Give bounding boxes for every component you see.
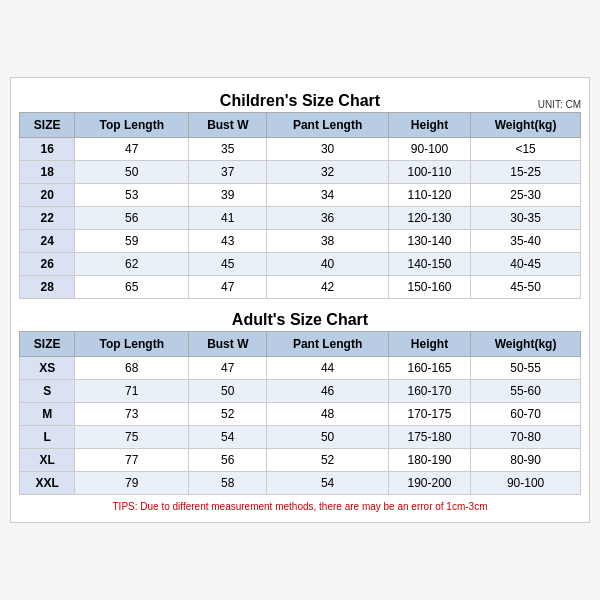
data-cell: 71 [75, 380, 189, 403]
data-cell: 73 [75, 403, 189, 426]
size-cell: 28 [20, 276, 75, 299]
data-cell: 70-80 [471, 426, 581, 449]
data-cell: 190-200 [388, 472, 470, 495]
adult-header-row: SIZE Top Length Bust W Pant Length Heigh… [20, 332, 581, 357]
data-cell: 55-60 [471, 380, 581, 403]
adult-col-size: SIZE [20, 332, 75, 357]
data-cell: 120-130 [388, 207, 470, 230]
data-cell: 46 [267, 380, 389, 403]
data-cell: 50 [267, 426, 389, 449]
table-row: 26624540140-15040-45 [20, 253, 581, 276]
size-cell: XL [20, 449, 75, 472]
data-cell: 110-120 [388, 184, 470, 207]
adult-col-bust-w: Bust W [189, 332, 267, 357]
data-cell: 59 [75, 230, 189, 253]
data-cell: 140-150 [388, 253, 470, 276]
data-cell: 180-190 [388, 449, 470, 472]
data-cell: 45 [189, 253, 267, 276]
data-cell: 54 [189, 426, 267, 449]
data-cell: 54 [267, 472, 389, 495]
data-cell: 30 [267, 138, 389, 161]
adult-table: SIZE Top Length Bust W Pant Length Heigh… [19, 331, 581, 495]
size-cell: 16 [20, 138, 75, 161]
adult-title-text: Adult's Size Chart [232, 311, 368, 328]
data-cell: 130-140 [388, 230, 470, 253]
data-cell: 47 [75, 138, 189, 161]
children-section-title: Children's Size Chart UNIT: CM [19, 86, 581, 112]
data-cell: 47 [189, 276, 267, 299]
data-cell: 44 [267, 357, 389, 380]
data-cell: 56 [75, 207, 189, 230]
data-cell: 37 [189, 161, 267, 184]
data-cell: 100-110 [388, 161, 470, 184]
data-cell: 56 [189, 449, 267, 472]
children-col-size: SIZE [20, 113, 75, 138]
data-cell: 43 [189, 230, 267, 253]
data-cell: 40 [267, 253, 389, 276]
data-cell: 160-170 [388, 380, 470, 403]
adult-col-pant-length: Pant Length [267, 332, 389, 357]
children-col-top-length: Top Length [75, 113, 189, 138]
data-cell: 32 [267, 161, 389, 184]
size-cell: XS [20, 357, 75, 380]
data-cell: 15-25 [471, 161, 581, 184]
chart-container: Children's Size Chart UNIT: CM SIZE Top … [10, 77, 590, 523]
tips-text: TIPS: Due to different measurement metho… [19, 495, 581, 514]
data-cell: 38 [267, 230, 389, 253]
data-cell: 50 [189, 380, 267, 403]
size-cell: 22 [20, 207, 75, 230]
size-cell: 18 [20, 161, 75, 184]
data-cell: 160-165 [388, 357, 470, 380]
adult-col-weight: Weight(kg) [471, 332, 581, 357]
data-cell: 52 [189, 403, 267, 426]
data-cell: 58 [189, 472, 267, 495]
data-cell: 62 [75, 253, 189, 276]
adult-section-title: Adult's Size Chart [19, 305, 581, 331]
data-cell: 41 [189, 207, 267, 230]
data-cell: 52 [267, 449, 389, 472]
data-cell: 25-30 [471, 184, 581, 207]
data-cell: 47 [189, 357, 267, 380]
size-cell: S [20, 380, 75, 403]
table-row: XS684744160-16550-55 [20, 357, 581, 380]
table-row: L755450175-18070-80 [20, 426, 581, 449]
table-row: 22564136120-13030-35 [20, 207, 581, 230]
data-cell: 90-100 [388, 138, 470, 161]
data-cell: 60-70 [471, 403, 581, 426]
size-cell: 24 [20, 230, 75, 253]
data-cell: 40-45 [471, 253, 581, 276]
data-cell: 90-100 [471, 472, 581, 495]
table-row: 28654742150-16045-50 [20, 276, 581, 299]
size-cell: L [20, 426, 75, 449]
data-cell: 150-160 [388, 276, 470, 299]
data-cell: 39 [189, 184, 267, 207]
data-cell: <15 [471, 138, 581, 161]
table-row: 24594338130-14035-40 [20, 230, 581, 253]
data-cell: 42 [267, 276, 389, 299]
data-cell: 48 [267, 403, 389, 426]
adult-col-height: Height [388, 332, 470, 357]
size-cell: 26 [20, 253, 75, 276]
adult-section: Adult's Size Chart SIZE Top Length Bust … [19, 305, 581, 495]
table-row: 1647353090-100<15 [20, 138, 581, 161]
data-cell: 45-50 [471, 276, 581, 299]
table-row: XL775652180-19080-90 [20, 449, 581, 472]
data-cell: 50 [75, 161, 189, 184]
children-col-pant-length: Pant Length [267, 113, 389, 138]
table-row: M735248170-17560-70 [20, 403, 581, 426]
children-col-weight: Weight(kg) [471, 113, 581, 138]
table-row: 18503732100-11015-25 [20, 161, 581, 184]
data-cell: 65 [75, 276, 189, 299]
data-cell: 79 [75, 472, 189, 495]
data-cell: 68 [75, 357, 189, 380]
adult-col-top-length: Top Length [75, 332, 189, 357]
data-cell: 30-35 [471, 207, 581, 230]
data-cell: 34 [267, 184, 389, 207]
data-cell: 53 [75, 184, 189, 207]
size-cell: M [20, 403, 75, 426]
unit-label: UNIT: CM [538, 99, 581, 110]
data-cell: 50-55 [471, 357, 581, 380]
size-cell: XXL [20, 472, 75, 495]
data-cell: 170-175 [388, 403, 470, 426]
data-cell: 35-40 [471, 230, 581, 253]
